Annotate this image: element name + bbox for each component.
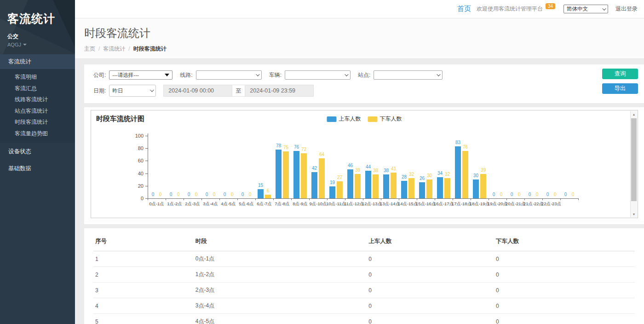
- line-label: 线路:: [180, 71, 192, 79]
- x-tick: [560, 198, 561, 200]
- filter-row-1: 公司: ---请选择--- 线路: 车辆:: [93, 70, 638, 80]
- company-value: ---请选择---: [112, 72, 138, 79]
- bar-alighting[interactable]: [337, 181, 343, 198]
- table-cell-2-2: 0: [367, 283, 494, 298]
- company-select[interactable]: ---请选择---: [109, 70, 172, 80]
- bar-boarding[interactable]: [365, 171, 371, 198]
- sidebar-item-0-5[interactable]: 客流量趋势图: [0, 128, 75, 139]
- x-category-label: 21点-22点: [524, 201, 542, 207]
- export-button[interactable]: 导出: [602, 83, 638, 94]
- x-category-label: 6点-7点: [255, 201, 273, 207]
- sidebar-item-0-2[interactable]: 线路客流统计: [0, 94, 75, 105]
- bar-boarding[interactable]: [473, 179, 479, 198]
- bar-boarding[interactable]: [276, 150, 282, 198]
- page-heading: 时段客流统计 主页/客流统计/时段客流统计: [75, 18, 644, 59]
- content-area: 公司: ---请选择--- 线路: 车辆:: [75, 59, 644, 324]
- table-cell-4-2: 0: [367, 314, 494, 324]
- date-from-input[interactable]: 2024-01-09 00:00: [163, 85, 232, 97]
- language-select[interactable]: 简体中文: [564, 5, 608, 13]
- logout-link[interactable]: 退出登录: [615, 5, 638, 13]
- sidebar-item-0-0[interactable]: 客流明细: [0, 71, 75, 83]
- bar-alighting[interactable]: [301, 153, 307, 198]
- sidebar-item-0-4[interactable]: 时段客流统计: [0, 116, 75, 128]
- org-code: AQGJ: [7, 42, 21, 47]
- language-value: 简体中文: [567, 6, 588, 12]
- bar-boarding[interactable]: [329, 186, 335, 198]
- breadcrumb-home[interactable]: 主页: [84, 46, 95, 52]
- chart-scrollbar[interactable]: ▲ ▼: [630, 111, 637, 217]
- table-row: 21点-2点00: [93, 267, 635, 283]
- company-label: 公司:: [93, 71, 106, 79]
- home-link[interactable]: 首页: [457, 5, 471, 13]
- sidebar-section-2[interactable]: 基础数据: [0, 161, 75, 177]
- bar-alighting[interactable]: [283, 151, 289, 198]
- sidebar: 客流统计 公交 AQGJ 客流统计客流明细客流汇总线路客流统计站点客流统计时段客…: [0, 0, 75, 324]
- chart-panel: 时段车流统计图 上车人数下车人数 020406080100000点-1点001点…: [84, 107, 644, 224]
- bar-boarding[interactable]: [347, 169, 353, 198]
- y-tick-label: 40: [131, 171, 144, 176]
- chevron-down-icon: [345, 72, 348, 76]
- sidebar-section-0[interactable]: 客流统计: [0, 54, 75, 69]
- sidebar-item-0-3[interactable]: 站点客流统计: [0, 105, 75, 117]
- x-category-label: 18点-19点: [471, 201, 489, 207]
- chart-box: 时段车流统计图 上车人数下车人数 020406080100000点-1点001点…: [91, 110, 638, 218]
- bar-value-label: 0: [244, 192, 256, 197]
- table-cell-1-0: 2: [93, 267, 194, 283]
- bar-alighting[interactable]: [265, 195, 271, 198]
- bar-boarding[interactable]: [455, 146, 461, 198]
- breadcrumb-parent[interactable]: 客流统计: [103, 46, 125, 52]
- org-name: 公交: [7, 33, 68, 40]
- x-category-label: 16点-17点: [435, 201, 453, 207]
- scroll-down-icon[interactable]: ▼: [631, 211, 637, 217]
- x-tick: [148, 198, 148, 200]
- org-selector[interactable]: AQGJ: [7, 42, 68, 47]
- vehicle-select[interactable]: [285, 70, 351, 80]
- bar-boarding[interactable]: [293, 151, 299, 198]
- query-button[interactable]: 查询: [602, 69, 638, 79]
- table-cell-2-1: 2点-3点: [194, 283, 367, 298]
- bar-alighting[interactable]: [373, 174, 379, 198]
- table-cell-2-3: 0: [494, 283, 635, 298]
- x-tick: [381, 198, 381, 200]
- y-axis: [148, 133, 148, 198]
- bar-alighting[interactable]: [444, 178, 450, 198]
- date-preset-value: 昨日: [112, 87, 123, 94]
- station-select[interactable]: [374, 70, 443, 80]
- date-preset-select[interactable]: 昨日: [109, 85, 156, 97]
- table-cell-3-1: 3点-4点: [194, 298, 367, 314]
- bar-alighting[interactable]: [355, 174, 361, 198]
- y-tick-label: 20: [131, 183, 144, 189]
- x-category-label: 14点-15点: [399, 201, 417, 207]
- y-tick: [145, 148, 148, 149]
- bar-boarding[interactable]: [419, 182, 425, 198]
- sidebar-section-1[interactable]: 设备状态: [0, 144, 75, 160]
- date-to-input[interactable]: 2024-01-09 23:59: [245, 85, 314, 97]
- bar-boarding[interactable]: [401, 181, 407, 198]
- table-cell-4-3: 0: [494, 314, 635, 324]
- scrollbar-thumb[interactable]: [631, 118, 637, 201]
- breadcrumb-current: 时段客流统计: [133, 46, 167, 52]
- bar-alighting[interactable]: [480, 174, 486, 198]
- date-separator: 至: [232, 85, 245, 97]
- line-select[interactable]: [196, 70, 262, 80]
- y-tick-label: 60: [131, 158, 144, 163]
- bar-alighting[interactable]: [391, 173, 397, 198]
- notification-badge[interactable]: 34: [546, 3, 555, 9]
- bar-boarding[interactable]: [311, 172, 317, 198]
- table-row: 54点-5点00: [93, 314, 635, 324]
- sidebar-menu: 客流统计客流明细客流汇总线路客流统计站点客流统计时段客流统计客流量趋势图设备状态…: [0, 54, 75, 177]
- bar-alighting[interactable]: [426, 179, 432, 198]
- bar-boarding[interactable]: [437, 177, 443, 198]
- bar-boarding[interactable]: [383, 174, 389, 198]
- y-tick: [145, 136, 148, 136]
- table-col-header-3: 下车人数: [494, 233, 635, 251]
- app-title: 客流统计: [7, 6, 68, 26]
- x-category-label: 10点-11点: [327, 201, 345, 207]
- bar-value-label: 0: [567, 192, 579, 197]
- bar-alighting[interactable]: [319, 158, 325, 198]
- sidebar-item-0-1[interactable]: 客流汇总: [0, 83, 75, 94]
- bar-alighting[interactable]: [462, 151, 468, 198]
- bar-alighting[interactable]: [408, 178, 414, 198]
- chevron-down-icon: [602, 6, 606, 10]
- scroll-up-icon[interactable]: ▲: [631, 111, 637, 117]
